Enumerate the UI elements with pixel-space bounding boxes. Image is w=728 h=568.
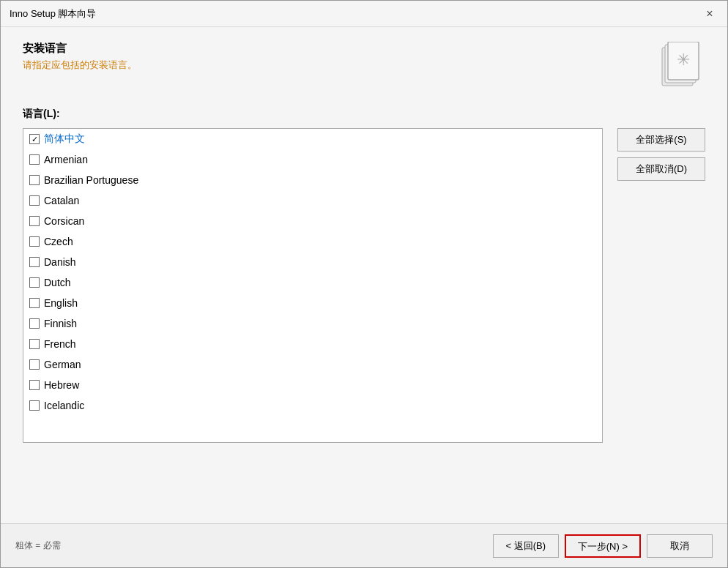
lang-label-simplified-chinese: 简体中文 — [44, 132, 85, 146]
lang-label-finnish: Finnish — [44, 318, 77, 329]
back-button[interactable]: < 返回(B) — [493, 534, 559, 558]
list-item[interactable]: Catalan — [23, 190, 602, 211]
checkbox-czech[interactable] — [29, 236, 40, 247]
lang-label-german: German — [44, 359, 81, 370]
list-item[interactable]: English — [23, 293, 602, 313]
lang-label-corsican: Corsican — [44, 215, 84, 227]
select-all-button[interactable]: 全部选择(S) — [617, 128, 705, 152]
lang-label-english: English — [44, 297, 78, 309]
list-item[interactable]: Brazilian Portuguese — [23, 170, 602, 190]
list-item[interactable]: German — [23, 354, 602, 375]
header-left: 安装语言 请指定应包括的安装语言。 — [23, 42, 137, 72]
checkbox-french[interactable] — [29, 339, 40, 349]
checkbox-brazilian-portuguese[interactable] — [29, 175, 40, 185]
dialog-window: Inno Setup 脚本向导 × 安装语言 请指定应包括的安装语言。 ✳ 语言… — [0, 0, 728, 568]
lang-label-hebrew: Hebrew — [44, 379, 79, 391]
list-item[interactable]: Danish — [23, 252, 602, 272]
checkbox-simplified-chinese[interactable] — [29, 134, 40, 144]
title-bar: Inno Setup 脚本向导 × — [1, 1, 727, 27]
list-item[interactable]: French — [23, 334, 602, 354]
header-section: 安装语言 请指定应包括的安装语言。 ✳ — [23, 42, 705, 93]
list-item[interactable]: Czech — [23, 231, 602, 252]
lang-label-catalan: Catalan — [44, 195, 79, 206]
lang-label-brazilian-portuguese: Brazilian Portuguese — [44, 174, 138, 186]
lang-label-armenian: Armenian — [44, 154, 88, 165]
lang-label: 语言(L): — [23, 108, 705, 121]
dialog-title: Inno Setup 脚本向导 — [10, 7, 97, 20]
next-button[interactable]: 下一步(N) > — [565, 534, 641, 558]
checkbox-english[interactable] — [29, 298, 40, 308]
cancel-button[interactable]: 取消 — [647, 534, 713, 558]
content-area: 安装语言 请指定应包括的安装语言。 ✳ 语言(L): 简体中文ArmenianB… — [1, 27, 727, 523]
checkbox-icelandic[interactable] — [29, 400, 40, 411]
list-item[interactable]: Hebrew — [23, 375, 602, 395]
svg-text:✳: ✳ — [677, 51, 690, 69]
lang-label-french: French — [44, 338, 76, 350]
section-subtitle: 请指定应包括的安装语言。 — [23, 59, 137, 72]
close-button[interactable]: × — [701, 5, 718, 23]
side-buttons: 全部选择(S) 全部取消(D) — [617, 128, 705, 509]
checkbox-finnish[interactable] — [29, 318, 40, 329]
list-item[interactable]: Finnish — [23, 313, 602, 334]
checkbox-german[interactable] — [29, 359, 40, 370]
list-item[interactable]: Corsican — [23, 211, 602, 231]
checkbox-hebrew[interactable] — [29, 380, 40, 390]
language-list[interactable]: 简体中文ArmenianBrazilian PortugueseCatalanC… — [23, 128, 603, 443]
list-item[interactable]: Icelandic — [23, 395, 602, 416]
lang-label-danish: Danish — [44, 256, 76, 268]
checkbox-corsican[interactable] — [29, 216, 40, 226]
checkbox-armenian[interactable] — [29, 154, 40, 165]
lang-label-icelandic: Icelandic — [44, 400, 84, 411]
section-title: 安装语言 — [23, 42, 137, 56]
checkbox-danish[interactable] — [29, 257, 40, 267]
list-item[interactable]: 简体中文 — [23, 129, 602, 149]
lang-label-czech: Czech — [44, 236, 73, 247]
footer-buttons: < 返回(B) 下一步(N) > 取消 — [493, 534, 713, 558]
list-item[interactable]: Dutch — [23, 272, 602, 293]
deselect-all-button[interactable]: 全部取消(D) — [617, 157, 705, 181]
footer-hint: 粗体 = 必需 — [15, 539, 61, 552]
checkbox-catalan[interactable] — [29, 195, 40, 206]
footer: 粗体 = 必需 < 返回(B) 下一步(N) > 取消 — [1, 523, 727, 567]
wizard-icon: ✳ — [654, 42, 705, 93]
list-item[interactable]: Armenian — [23, 149, 602, 170]
lang-label-dutch: Dutch — [44, 277, 71, 288]
main-section: 简体中文ArmenianBrazilian PortugueseCatalanC… — [23, 128, 705, 509]
checkbox-dutch[interactable] — [29, 277, 40, 288]
